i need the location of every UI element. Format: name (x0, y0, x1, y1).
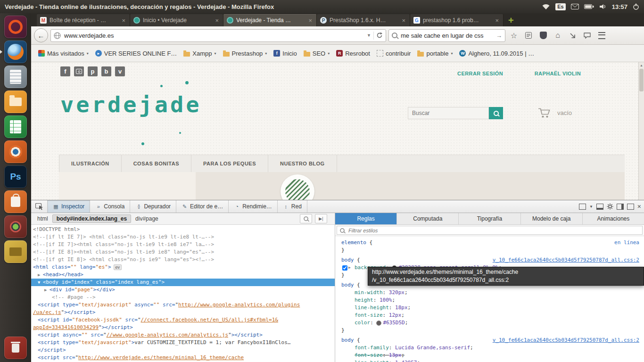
devtools-tab-style-editor[interactable]: Editor de e… (176, 200, 229, 213)
software-center-icon[interactable] (4, 190, 27, 213)
rule-selector[interactable]: body (341, 256, 354, 264)
bookmark-star-icon[interactable]: ☆ (508, 29, 520, 41)
bookmark-item[interactable]: VER SERIES ONLINE F… (92, 49, 181, 58)
nav-menu-item[interactable]: ILUSTRACIÓN (59, 155, 122, 172)
reload-icon[interactable] (376, 32, 383, 39)
new-tab-button[interactable]: + (504, 14, 519, 26)
account-user-link[interactable]: RAPHAËL VIOLIN (535, 71, 581, 76)
markup-line[interactable]: <!-- #page --> (31, 294, 335, 301)
text-editor-icon[interactable] (4, 66, 27, 88)
search-markup-button[interactable] (300, 214, 312, 223)
markup-link[interactable]: http://www.verdejade.es/themes/minimal_1… (78, 354, 244, 361)
twisty-icon[interactable]: ▼ (38, 280, 43, 285)
settings-gear-icon[interactable] (607, 203, 613, 210)
stylesheet-link[interactable]: en línea (614, 239, 639, 247)
toggle-split-console-icon[interactable] (596, 204, 603, 210)
rule-selector[interactable]: body (341, 337, 354, 344)
markup-line[interactable]: ▶ <div id="page"></div> (31, 286, 335, 294)
devtools-tab-inspector[interactable]: Inspector (48, 200, 90, 213)
devtools-tab-console[interactable]: Consola (90, 200, 130, 213)
bookmark-item[interactable]: Resrobot (333, 49, 373, 58)
breadcrumb-item[interactable]: body#index.index.lang_es (52, 214, 131, 223)
url-dropdown-icon[interactable]: ▼ (367, 33, 371, 38)
site-search-input[interactable] (408, 107, 489, 119)
event-badge[interactable]: ev (114, 264, 122, 270)
markup-line[interactable]: <script id="facebook-jssdk" src="//conne… (31, 316, 335, 324)
markup-line[interactable]: <!--[if IE 8]><html class="no-js lt-ie9 … (31, 248, 335, 256)
facebook-icon[interactable]: f (60, 66, 70, 76)
markup-line[interactable]: <script type="text/javascript">var CUSTO… (31, 339, 335, 346)
wifi-icon[interactable] (542, 3, 550, 10)
pinterest-icon[interactable]: p (88, 66, 98, 76)
blogger-icon[interactable]: b (101, 66, 111, 76)
bookmark-item[interactable]: Xampp▾ (180, 49, 219, 58)
rule-selector[interactable]: elemento (341, 239, 366, 247)
markup-link[interactable]: //www.google-analytics.com/analytics.js (107, 332, 228, 338)
property-toggle-checkbox[interactable] (342, 265, 347, 271)
files-icon[interactable] (4, 90, 27, 113)
color-swatch[interactable] (376, 321, 381, 326)
markup-link[interactable]: //connect.facebook.net/en_US/all.js#xfbm… (141, 317, 278, 323)
expand-pane-button[interactable]: ▶| (315, 214, 327, 223)
url-input[interactable] (63, 32, 364, 40)
bookmark-item[interactable]: Prestashop▾ (220, 49, 271, 58)
sidebar-tab[interactable]: Computada (397, 213, 459, 224)
devtools-tab-performance[interactable]: Rendimie… (229, 200, 278, 213)
css-property[interactable]: font-size: 12px; (335, 312, 644, 319)
folder-app-icon[interactable] (4, 240, 27, 263)
tab-close-icon[interactable]: × (121, 17, 126, 24)
pick-element-button[interactable] (31, 200, 48, 213)
cart-icon[interactable] (538, 107, 551, 118)
css-property[interactable]: height: 100%; (335, 296, 644, 304)
bookmark-item[interactable]: portable▾ (414, 49, 456, 58)
menu-icon[interactable] (595, 29, 608, 41)
reading-list-icon[interactable] (522, 29, 535, 41)
page-scrollbar[interactable]: ▲ (638, 62, 644, 201)
message-envelope-icon[interactable] (571, 4, 579, 9)
rule-selector[interactable]: body (341, 281, 354, 289)
markup-line[interactable]: <script src="http://www.verdejade.es/the… (31, 354, 335, 362)
markup-line[interactable]: ▶ <head></head> (31, 271, 335, 279)
sidebar-tab[interactable]: Reglas (335, 213, 397, 224)
css-property[interactable]: color: #635D5D; (335, 319, 644, 327)
tab-close-icon[interactable]: × (494, 17, 500, 24)
session-menu-icon[interactable] (633, 3, 639, 10)
tools-dropdown-icon[interactable]: ▼ (589, 205, 593, 209)
scrollbar-thumb[interactable] (639, 69, 644, 91)
browser-tab[interactable]: PrestaShop 1.6.x. H…× (317, 14, 410, 26)
logout-link[interactable]: CERRAR SESIÓN (457, 71, 503, 76)
ubuntu-dash-icon[interactable] (4, 16, 27, 38)
browser-tab[interactable]: Boîte de réception - …× (37, 14, 130, 26)
bookmark-item[interactable]: SEO▾ (300, 49, 333, 58)
markup-line[interactable]: ▼ <body id="index" class="index lang_es"… (31, 279, 335, 286)
photoshop-icon[interactable]: Ps (4, 165, 27, 188)
markup-line[interactable]: <!--[if gt IE 8]> <html class="no-js ie9… (31, 256, 335, 263)
devtools-tab-debugger[interactable]: Depurador (130, 200, 176, 213)
browser-tab[interactable]: Verdejade - Tienda …× (223, 14, 317, 26)
twisty-icon[interactable]: ▶ (38, 272, 43, 277)
battery-icon[interactable] (584, 4, 594, 9)
pocket-icon[interactable] (566, 29, 578, 41)
bookmark-item[interactable]: Más visitados▾ (35, 49, 92, 58)
markup-line[interactable]: <script type="text/javascript" async="" … (31, 301, 335, 309)
cart-area[interactable]: vacío (538, 107, 572, 118)
sidebar-tab[interactable]: Animaciones (583, 213, 644, 224)
tab-close-icon[interactable]: × (214, 17, 220, 24)
hero-banner[interactable] (59, 172, 625, 201)
firefox-icon[interactable] (4, 41, 27, 63)
css-rules-view[interactable]: elemento {en línea}body {v_10_fe66c1aca2… (335, 236, 644, 362)
tab-close-icon[interactable]: × (307, 17, 313, 24)
vimeo-icon[interactable]: v (115, 66, 125, 76)
responsive-mode-icon[interactable] (579, 204, 586, 210)
close-devtools-icon[interactable]: × (637, 203, 641, 210)
camera-app-icon[interactable] (4, 215, 27, 238)
web-search-input[interactable] (400, 32, 494, 40)
instagram-icon[interactable] (74, 66, 84, 76)
css-property[interactable]: font-family: Lucida Grande,sans-serif; (335, 344, 644, 352)
stylesheet-link[interactable]: v_10_fe66c1aca2640cc5b034d5f79250787d_al… (493, 337, 639, 344)
nav-menu-item[interactable]: COSAS BONITAS (122, 155, 191, 172)
twisty-icon[interactable]: ▶ (44, 288, 50, 292)
nav-menu-item[interactable]: NUESTRO BLOG (268, 155, 337, 172)
sidebar-tab[interactable]: Modelo de caja (521, 213, 583, 224)
bookmark-item[interactable]: contribuir (373, 49, 414, 58)
